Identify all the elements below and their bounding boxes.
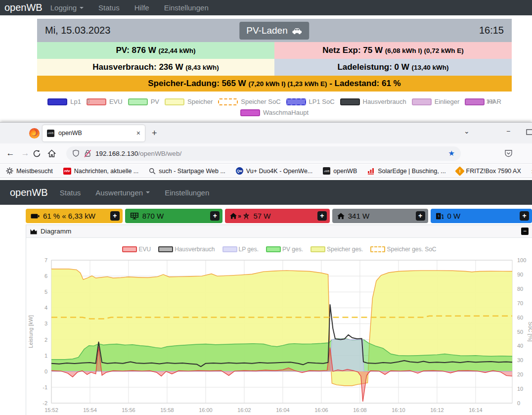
insecure-lock-icon[interactable] xyxy=(84,149,91,158)
legend-item[interactable]: Lp1 xyxy=(47,98,81,105)
time-label: 16:15 xyxy=(479,25,504,36)
nav-item-einstellungen[interactable]: Einstellungen xyxy=(164,3,209,12)
bookmark-star-icon[interactable]: ★ xyxy=(448,149,455,158)
x-axis-tick: 16:06 xyxy=(314,407,328,413)
maximize-window-icon[interactable] xyxy=(526,129,532,135)
home-to-grid-icon: » xyxy=(230,213,250,220)
x-axis-tick: 16:02 xyxy=(237,407,251,413)
legend-item[interactable]: HAR xyxy=(465,98,501,105)
home-icon[interactable] xyxy=(47,149,62,158)
firefox-icon xyxy=(29,128,40,139)
legend-label: Speicher xyxy=(187,98,213,105)
legend-item[interactable]: Speicher xyxy=(165,98,213,105)
url-bar[interactable]: 192.168.2.130/openWB/web/ ★ xyxy=(66,146,461,161)
legend-item[interactable]: Hausverbrauch xyxy=(340,98,406,105)
reload-icon[interactable] xyxy=(33,149,47,158)
nav-label: Hilfe xyxy=(134,3,149,12)
y2-axis-tick: 40 xyxy=(517,343,523,349)
expand-plus-button[interactable]: + xyxy=(317,211,327,221)
speicher-soc-badge[interactable]: 61 % « 6,33 kW+ xyxy=(26,209,123,223)
bookmark-label: Meistbesucht xyxy=(16,168,53,175)
y-axis-tick: 5 xyxy=(44,289,47,295)
nav-label: Einstellungen xyxy=(165,188,209,197)
firefox-window: oWB openWB × + ⌄ − ← → 192.168.2.130/ope… xyxy=(0,122,532,415)
legend-item[interactable]: WaschmaHaupt xyxy=(240,109,309,116)
tab-title: openWB xyxy=(58,130,133,137)
ladepunkt-badge[interactable]: 0 W+ xyxy=(431,209,532,223)
minimize-window-icon[interactable]: − xyxy=(506,127,510,135)
legend-swatch xyxy=(128,98,148,105)
openwb-favicon: oWB xyxy=(323,167,330,175)
collapse-panel-button[interactable]: − xyxy=(521,228,529,235)
bookmark-item[interactable]: !FRITZ!Box 7590 AX xyxy=(456,167,521,175)
partial-axis-tick-right: 100 xyxy=(486,98,495,104)
bookmark-item[interactable]: ntvNachrichten, aktuelle ... xyxy=(63,167,139,175)
top-chart-legend-row2: WaschmaHaupt xyxy=(37,109,512,116)
hausverbrauch-badge[interactable]: 341 W+ xyxy=(332,209,428,223)
back-icon[interactable]: ← xyxy=(3,148,18,158)
bookmark-label: Vu+ Duo4K - OpenWe... xyxy=(246,168,312,175)
x-axis-tick: 16:10 xyxy=(392,407,405,413)
bookmark-item[interactable]: QwVu+ Duo4K - OpenWe... xyxy=(236,167,312,175)
legend-item[interactable]: EVU xyxy=(87,98,123,105)
new-tab-button[interactable]: + xyxy=(152,128,157,138)
url-text[interactable]: 192.168.2.130/openWB/web/ xyxy=(95,150,444,157)
pv-badge[interactable]: 870 W+ xyxy=(125,209,223,223)
caret-down-icon xyxy=(80,7,84,9)
expand-plus-button[interactable]: + xyxy=(110,211,120,221)
bookmark-item[interactable]: SolarEdge | Busching, ... xyxy=(367,167,445,175)
nav-label: Auswertungen xyxy=(95,188,143,197)
charge-point-icon xyxy=(436,213,444,220)
app-nav-item-auswertungen[interactable]: Auswertungen xyxy=(95,188,150,197)
legend-label: Lp1 xyxy=(70,98,81,105)
y-axis-tick: 2 xyxy=(44,337,47,343)
bookmark-label: openWB xyxy=(333,168,357,175)
fritzbox-icon: ! xyxy=(455,166,465,176)
app-nav-items: StatusAuswertungenEinstellungen xyxy=(60,188,210,197)
bookmark-item[interactable]: such - Startpage Web ... xyxy=(149,167,225,175)
legend-swatch xyxy=(165,98,184,105)
bookmark-item[interactable]: Meistbesucht xyxy=(6,167,53,175)
y2-axis-tick: 50 xyxy=(517,329,523,335)
expand-plus-button[interactable]: + xyxy=(210,211,220,221)
expand-plus-button[interactable]: + xyxy=(416,211,425,221)
pocket-icon[interactable] xyxy=(504,149,513,158)
y-axis-tick: 6 xyxy=(44,273,47,279)
legend-label: LP1 SoC xyxy=(309,98,335,105)
legend-item[interactable]: Einlieger xyxy=(412,98,460,105)
nav-label: Status xyxy=(98,3,120,12)
grid-power-value: Netz Exp: 75 W xyxy=(322,46,383,55)
browser-tab[interactable]: oWB openWB × xyxy=(43,125,145,141)
tab-close-icon[interactable]: × xyxy=(136,129,140,137)
legend-item[interactable]: PV xyxy=(128,98,159,105)
charge-mode-button[interactable]: PV-Laden xyxy=(239,22,309,40)
x-axis-tick: 16:12 xyxy=(430,407,444,413)
legend-label: Hausverbrauch xyxy=(363,98,406,105)
legend-swatch xyxy=(47,98,67,105)
y-axis-tick: -2 xyxy=(43,400,47,406)
bookmark-item[interactable]: oWBopenWB xyxy=(323,167,357,175)
shield-icon[interactable] xyxy=(72,149,80,158)
pv-power-cell: PV: 876 W (22,44 kWh) xyxy=(37,42,274,59)
y2-axis-tick: 70 xyxy=(517,300,523,306)
forward-icon[interactable]: → xyxy=(18,148,33,158)
nav-item-hilfe[interactable]: Hilfe xyxy=(134,3,149,12)
diagram-title: Diagramm xyxy=(41,228,71,235)
legend-item[interactable]: LP1 SoC xyxy=(286,98,335,105)
app-nav-item-einstellungen[interactable]: Einstellungen xyxy=(165,188,209,197)
openwb-brand: openWB xyxy=(0,2,50,13)
nav-item-logging[interactable]: Logging xyxy=(50,3,84,12)
x-axis-tick: 15:56 xyxy=(122,407,135,413)
tab-favicon: oWB xyxy=(47,130,54,137)
legend-item[interactable]: Speicher SoC xyxy=(218,98,280,105)
y-axis-tick: 7 xyxy=(44,257,47,263)
tab-list-chevron-icon[interactable]: ⌄ xyxy=(464,127,470,135)
app-nav-item-status[interactable]: Status xyxy=(60,188,81,197)
legend-swatch xyxy=(465,98,485,105)
url-host: 192.168.2.130 xyxy=(95,150,138,157)
url-path: /openWB/web/ xyxy=(138,150,181,157)
power-rows-1: PV: 876 W (22,44 kWh) Netz Exp: 75 W (6,… xyxy=(37,42,512,59)
evu-badge[interactable]: »57 W+ xyxy=(225,209,329,223)
expand-plus-button[interactable]: + xyxy=(520,211,529,221)
nav-item-status[interactable]: Status xyxy=(98,3,120,12)
